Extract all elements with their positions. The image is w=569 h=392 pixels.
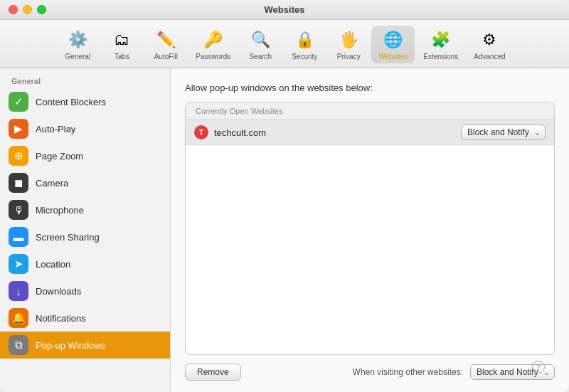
window-controls	[9, 5, 46, 14]
window-title: Websites	[265, 4, 305, 15]
toolbar-item-websites[interactable]: 🌐Websites	[371, 26, 415, 63]
toolbar-item-privacy[interactable]: 🖐Privacy	[327, 26, 370, 63]
toolbar-label-passwords: Passwords	[196, 53, 230, 60]
sidebar-item-microphone[interactable]: 🎙Microphone	[0, 196, 170, 223]
toolbar: ⚙️General🗂Tabs✏️AutoFill🔑Passwords🔍Searc…	[0, 20, 569, 68]
sidebar-item-page-zoom[interactable]: ⊕Page Zoom	[0, 142, 170, 169]
panel-header: Currently Open Websites	[186, 102, 554, 120]
toolbar-item-extensions[interactable]: 🧩Extensions	[416, 26, 465, 63]
auto-play-sidebar-icon: ▶	[9, 119, 28, 139]
toolbar-item-tabs[interactable]: 🗂Tabs	[100, 26, 143, 63]
toolbar-label-autofill: AutoFill	[154, 53, 178, 60]
sidebar-item-label-popup-windows: Pop-up Windows	[36, 340, 105, 351]
screen-sharing-sidebar-icon: ▬	[9, 227, 28, 247]
downloads-sidebar-icon: ↓	[9, 281, 28, 301]
website-name: techcult.com	[214, 127, 461, 138]
website-favicon: T	[194, 125, 208, 139]
sidebar-item-camera[interactable]: ◼Camera	[0, 169, 170, 196]
toolbar-label-security: Security	[292, 53, 317, 60]
toolbar-item-general[interactable]: ⚙️General	[56, 26, 99, 63]
sidebar-item-location[interactable]: ➤Location	[0, 250, 170, 277]
toolbar-item-autofill[interactable]: ✏️AutoFill	[144, 26, 187, 63]
privacy-icon: 🖐	[337, 28, 360, 51]
search-icon: 🔍	[249, 28, 272, 51]
toolbar-label-general: General	[65, 53, 91, 60]
bottom-bar: Remove When visiting other websites: All…	[185, 364, 555, 381]
tabs-icon: 🗂	[110, 28, 133, 51]
toolbar-label-tabs: Tabs	[115, 53, 129, 60]
remove-button[interactable]: Remove	[185, 364, 241, 381]
camera-sidebar-icon: ◼	[9, 173, 28, 193]
help-icon[interactable]: ?	[532, 361, 545, 374]
panel-body: Ttechcult.comAllowBlockBlock and Notify	[186, 120, 554, 354]
sidebar-item-label-screen-sharing: Screen Sharing	[36, 232, 100, 243]
toolbar-item-search[interactable]: 🔍Search	[239, 26, 282, 63]
advanced-icon: ⚙	[478, 28, 501, 51]
sidebar: General ✓Content Blockers▶Auto-Play⊕Page…	[0, 68, 171, 392]
sidebar-item-label-notifications: Notifications	[36, 313, 86, 324]
security-icon: 🔒	[293, 28, 316, 51]
toolbar-item-security[interactable]: 🔒Security	[283, 26, 326, 63]
sidebar-item-label-content-blockers: Content Blockers	[36, 97, 106, 107]
sidebar-item-label-camera: Camera	[36, 178, 68, 189]
content-area: Allow pop-up windows on the websites bel…	[171, 68, 569, 392]
sidebar-item-screen-sharing[interactable]: ▬Screen Sharing	[0, 223, 170, 250]
website-setting-select[interactable]: AllowBlockBlock and Notify	[461, 125, 546, 140]
sidebar-item-label-microphone: Microphone	[36, 205, 84, 216]
toolbar-item-advanced[interactable]: ⚙Advanced	[467, 26, 512, 63]
location-sidebar-icon: ➤	[9, 254, 28, 274]
sidebar-item-label-page-zoom: Page Zoom	[36, 151, 83, 161]
sidebar-item-content-blockers[interactable]: ✓Content Blockers	[0, 88, 170, 115]
title-bar: Websites	[0, 0, 569, 20]
sidebar-item-popup-windows[interactable]: ⧉Pop-up Windows	[0, 332, 170, 359]
toolbar-label-search: Search	[249, 53, 272, 60]
main-content: General ✓Content Blockers▶Auto-Play⊕Page…	[0, 68, 569, 392]
close-button[interactable]	[9, 5, 18, 14]
extensions-icon: 🧩	[430, 28, 452, 51]
page-zoom-sidebar-icon: ⊕	[9, 146, 28, 166]
content-blockers-sidebar-icon: ✓	[9, 92, 28, 112]
toolbar-label-privacy: Privacy	[337, 53, 361, 60]
notifications-sidebar-icon: 🔔	[9, 308, 28, 328]
toolbar-label-advanced: Advanced	[474, 53, 505, 60]
sidebar-item-notifications[interactable]: 🔔Notifications	[0, 304, 170, 332]
sidebar-section-label: General	[0, 74, 170, 88]
toolbar-label-websites: Websites	[378, 53, 408, 60]
toolbar-item-passwords[interactable]: 🔑Passwords	[188, 26, 238, 63]
sidebar-item-label-location: Location	[36, 259, 70, 270]
microphone-sidebar-icon: 🎙	[9, 200, 28, 220]
autofill-icon: ✏️	[154, 28, 177, 51]
websites-panel: Currently Open Websites Ttechcult.comAll…	[185, 102, 555, 355]
sidebar-item-auto-play[interactable]: ▶Auto-Play	[0, 115, 170, 142]
sidebar-item-label-downloads: Downloads	[36, 286, 81, 297]
toolbar-label-extensions: Extensions	[423, 53, 458, 60]
content-title: Allow pop-up windows on the websites bel…	[185, 83, 555, 93]
sidebar-item-label-auto-play: Auto-Play	[36, 124, 75, 134]
minimize-button[interactable]	[23, 5, 32, 14]
sidebar-item-downloads[interactable]: ↓Downloads	[0, 277, 170, 304]
passwords-icon: 🔑	[202, 28, 225, 51]
general-icon: ⚙️	[66, 28, 89, 51]
visiting-label: When visiting other websites:	[353, 367, 463, 377]
website-row: Ttechcult.comAllowBlockBlock and Notify	[186, 120, 554, 145]
websites-icon: 🌐	[382, 28, 405, 51]
popup-windows-sidebar-icon: ⧉	[9, 335, 28, 355]
website-setting-wrapper: AllowBlockBlock and Notify	[461, 125, 546, 140]
maximize-button[interactable]	[37, 5, 46, 14]
